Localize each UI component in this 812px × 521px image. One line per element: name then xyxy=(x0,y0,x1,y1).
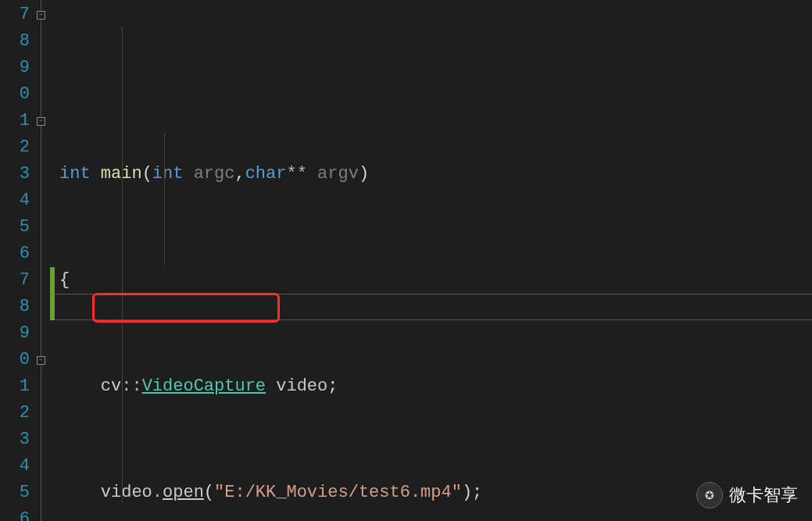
line-number: 0 xyxy=(0,347,34,373)
code-area[interactable]: int main(int argc,char** argv) { cv::Vid… xyxy=(55,0,812,521)
line-number: 6 xyxy=(0,506,34,521)
line-number: 2 xyxy=(0,134,34,161)
line-number: 2 xyxy=(0,400,34,426)
code-line[interactable]: cv::VideoCapture video; xyxy=(55,373,812,400)
fold-toggle-icon[interactable]: − xyxy=(37,117,45,126)
line-number: 9 xyxy=(0,320,34,347)
line-number: 1 xyxy=(0,373,34,400)
line-number: 0 xyxy=(0,81,34,108)
line-number: 9 xyxy=(0,55,34,81)
line-number: 7 xyxy=(0,2,34,28)
wechat-icon: ✪ xyxy=(696,482,723,509)
code-editor[interactable]: 7 8 9 0 1 2 3 4 5 6 7 8 9 0 1 2 3 4 5 6 … xyxy=(0,0,812,521)
line-number: 3 xyxy=(0,426,34,453)
line-number: 8 xyxy=(0,28,34,55)
line-number: 4 xyxy=(0,453,34,480)
line-number: 8 xyxy=(0,294,34,320)
line-number: 6 xyxy=(0,241,34,267)
fold-toggle-icon[interactable]: − xyxy=(37,11,45,20)
fold-column: − − − xyxy=(34,0,50,521)
line-number: 7 xyxy=(0,267,34,294)
fold-toggle-icon[interactable]: − xyxy=(37,356,45,365)
code-line[interactable]: { xyxy=(55,267,812,294)
line-number: 5 xyxy=(0,480,34,506)
code-line[interactable]: int main(int argc,char** argv) xyxy=(55,161,812,187)
line-number: 4 xyxy=(0,187,34,214)
watermark: ✪ 微卡智享 xyxy=(696,482,798,509)
watermark-text: 微卡智享 xyxy=(729,482,798,509)
line-number-gutter: 7 8 9 0 1 2 3 4 5 6 7 8 9 0 1 2 3 4 5 6 xyxy=(0,0,34,521)
line-number: 1 xyxy=(0,108,34,134)
line-number: 5 xyxy=(0,214,34,241)
line-number: 3 xyxy=(0,161,34,187)
current-line-highlight xyxy=(55,294,812,320)
indent-guide xyxy=(164,133,165,266)
indent-guide xyxy=(122,27,123,503)
